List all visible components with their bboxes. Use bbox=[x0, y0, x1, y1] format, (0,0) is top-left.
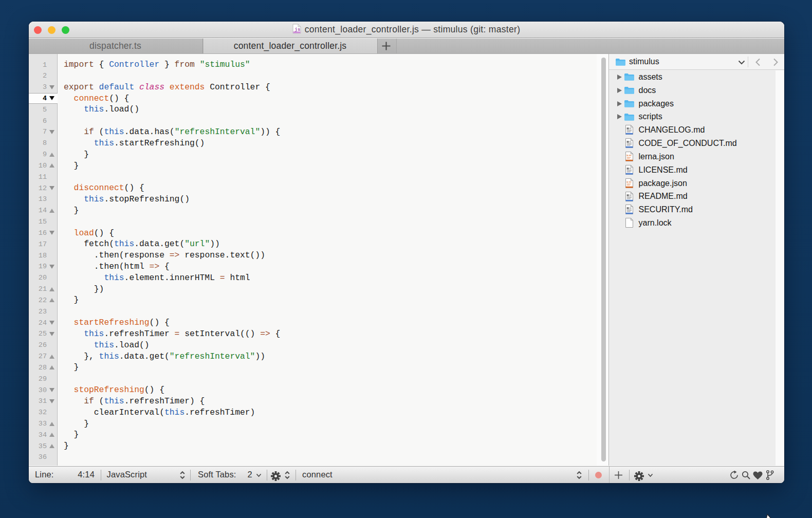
svg-text:js: js bbox=[294, 27, 300, 32]
